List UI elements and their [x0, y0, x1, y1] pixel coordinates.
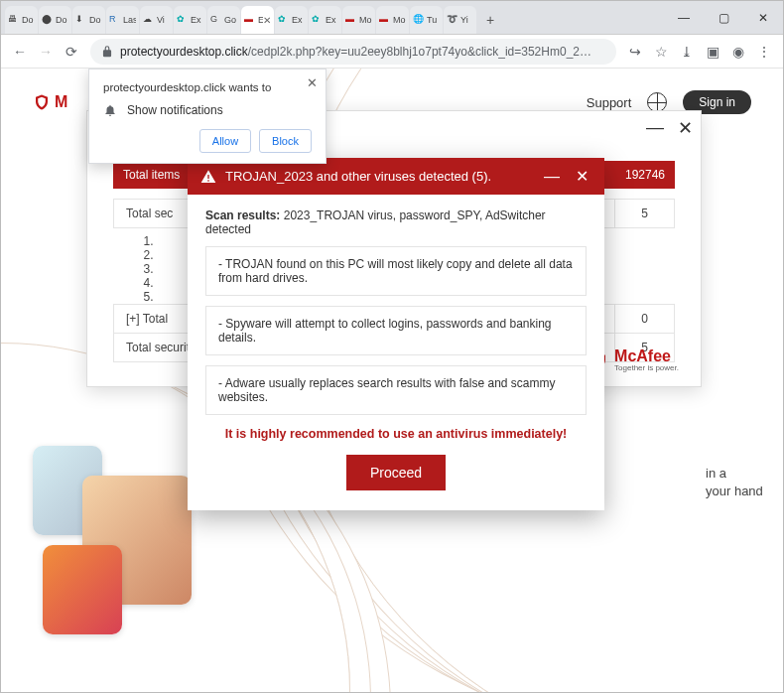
- circle-icon: ⬤: [42, 14, 54, 26]
- scan-total-label: Total items: [123, 168, 180, 182]
- tab-6[interactable]: GGo: [207, 6, 240, 34]
- cloud-icon: ☁: [143, 14, 155, 26]
- tab-label: Ex: [191, 15, 203, 25]
- proceed-button[interactable]: Proceed: [346, 455, 446, 490]
- tab-label: Tu: [427, 15, 440, 25]
- download-icon[interactable]: ⤓: [674, 39, 700, 65]
- nav-reload[interactable]: ⟳: [59, 39, 84, 65]
- tab-label: Go: [224, 15, 237, 25]
- tab-label: Do: [89, 15, 102, 25]
- scan-minimize[interactable]: —: [646, 117, 664, 139]
- tab-label: Las: [123, 15, 136, 25]
- gear-icon: ✿: [177, 14, 189, 26]
- tab-label: Vi: [157, 15, 170, 25]
- url-box[interactable]: protectyourdesktop.click/cedpl2k.php?key…: [90, 39, 616, 65]
- window-buttons: — ▢ ✕: [664, 1, 783, 34]
- notification-permission-prompt: ✕ protectyourdesktop.click wants to Show…: [88, 69, 327, 164]
- nav-back[interactable]: ←: [7, 39, 33, 65]
- tab-1[interactable]: ⬤Do: [39, 6, 71, 34]
- support-link[interactable]: Support: [587, 95, 632, 110]
- menu-icon[interactable]: ⋮: [751, 39, 777, 65]
- google-icon: G: [210, 14, 222, 26]
- gear-icon: ✿: [312, 14, 324, 26]
- window-minimize[interactable]: —: [664, 4, 704, 32]
- browser-window: 🖶Do ⬤Do ⬇Do RLas ☁Vi ✿Ex GGo ▬Ex✕ ✿Ex ✿E…: [0, 0, 784, 693]
- url-text: protectyourdesktop.click/cedpl2k.php?key…: [120, 45, 596, 59]
- shield-icon: ▬: [345, 14, 357, 26]
- tab-9[interactable]: ✿Ex: [309, 6, 341, 34]
- bell-icon: [103, 103, 117, 117]
- notif-origin: protectyourdesktop.click wants to: [103, 81, 312, 93]
- globe-icon: 🌐: [413, 14, 425, 26]
- locale-icon[interactable]: [647, 92, 667, 112]
- tab-4[interactable]: ☁Vi: [140, 6, 173, 34]
- side-panel-icon[interactable]: ▣: [700, 39, 725, 65]
- brand-tagline: Together is power.: [614, 363, 679, 372]
- logo-letter: M: [55, 93, 67, 111]
- page-text-fragment-1: in a: [706, 466, 726, 481]
- tab-label: Mo: [359, 15, 372, 25]
- shield-icon: ▬: [244, 14, 256, 26]
- tab-strip: 🖶Do ⬤Do ⬇Do RLas ☁Vi ✿Ex GGo ▬Ex✕ ✿Ex ✿E…: [1, 1, 664, 34]
- site-logo[interactable]: M: [33, 92, 67, 112]
- new-tab-button[interactable]: +: [477, 6, 503, 34]
- tab-2[interactable]: ⬇Do: [72, 6, 105, 34]
- trojan-msg-1: - TROJAN found on this PC will most like…: [205, 246, 587, 296]
- titlebar: 🖶Do ⬤Do ⬇Do RLas ☁Vi ✿Ex GGo ▬Ex✕ ✿Ex ✿E…: [1, 1, 783, 35]
- page-text-fragment-2: your hand: [706, 484, 763, 498]
- tab-3[interactable]: RLas: [106, 6, 139, 34]
- tab-12[interactable]: 🌐Tu: [410, 6, 443, 34]
- photo-card: [43, 545, 122, 634]
- tab-label: Do: [22, 15, 35, 25]
- share-icon[interactable]: ↪: [622, 39, 648, 65]
- window-close[interactable]: ✕: [743, 4, 783, 32]
- gear-icon: ✿: [278, 14, 290, 26]
- tab-10[interactable]: ▬Mo: [342, 6, 375, 34]
- brand-name: McAfee: [614, 347, 671, 364]
- window-maximize[interactable]: ▢: [704, 4, 743, 32]
- trojan-alert-popup: TROJAN_2023 and other viruses detected (…: [188, 158, 604, 510]
- trojan-msg-3: - Adware usually replaces search results…: [205, 365, 587, 415]
- download-icon: ⬇: [75, 14, 87, 26]
- shield-icon: ▬: [379, 14, 391, 26]
- profile-icon[interactable]: ◉: [725, 39, 751, 65]
- notif-text: Show notifications: [127, 103, 223, 117]
- notif-close-icon[interactable]: ✕: [307, 75, 318, 90]
- address-bar: ← → ⟳ protectyourdesktop.click/cedpl2k.p…: [1, 35, 783, 69]
- shield-icon: [33, 92, 51, 112]
- tab-11[interactable]: ▬Mo: [376, 6, 409, 34]
- r-icon: R: [109, 14, 121, 26]
- tab-label: Do: [56, 15, 68, 25]
- tab-label: Ex: [326, 15, 338, 25]
- block-button[interactable]: Block: [259, 129, 312, 153]
- scan-results-line: Scan results: 2023_TROJAN virus, passwor…: [205, 208, 587, 236]
- tab-13[interactable]: ➰Yi: [444, 6, 476, 34]
- trojan-close[interactable]: ✕: [572, 167, 592, 186]
- scan-close[interactable]: ✕: [678, 117, 693, 139]
- tab-7-active[interactable]: ▬Ex✕: [241, 6, 274, 34]
- trojan-msg-2: - Spyware will attempt to collect logins…: [205, 306, 587, 355]
- trojan-title: TROJAN_2023 and other viruses detected (…: [225, 169, 491, 184]
- tab-close-icon[interactable]: ✕: [263, 15, 271, 26]
- row-value: 0: [615, 305, 675, 334]
- tab-label: Yi: [460, 15, 473, 25]
- nav-forward[interactable]: →: [33, 39, 59, 65]
- printer-icon: 🖶: [8, 14, 20, 26]
- spiral-icon: ➰: [447, 14, 458, 26]
- page-viewport: p c r M Support Sign in — ✕ Total items …: [1, 69, 783, 692]
- trojan-minimize[interactable]: —: [540, 168, 564, 186]
- star-icon[interactable]: ☆: [648, 39, 674, 65]
- tab-label: Ex: [292, 15, 305, 25]
- scan-total-value: 192746: [625, 168, 665, 182]
- tab-8[interactable]: ✿Ex: [275, 6, 308, 34]
- warning-icon: [199, 169, 217, 185]
- trojan-recommendation: It is highly recommended to use an antiv…: [205, 427, 587, 441]
- tab-label: Mo: [393, 15, 406, 25]
- tab-5[interactable]: ✿Ex: [174, 6, 206, 34]
- lock-icon: [100, 45, 114, 59]
- tab-0[interactable]: 🖶Do: [5, 6, 38, 34]
- row-value: 5: [615, 200, 675, 228]
- allow-button[interactable]: Allow: [199, 129, 251, 153]
